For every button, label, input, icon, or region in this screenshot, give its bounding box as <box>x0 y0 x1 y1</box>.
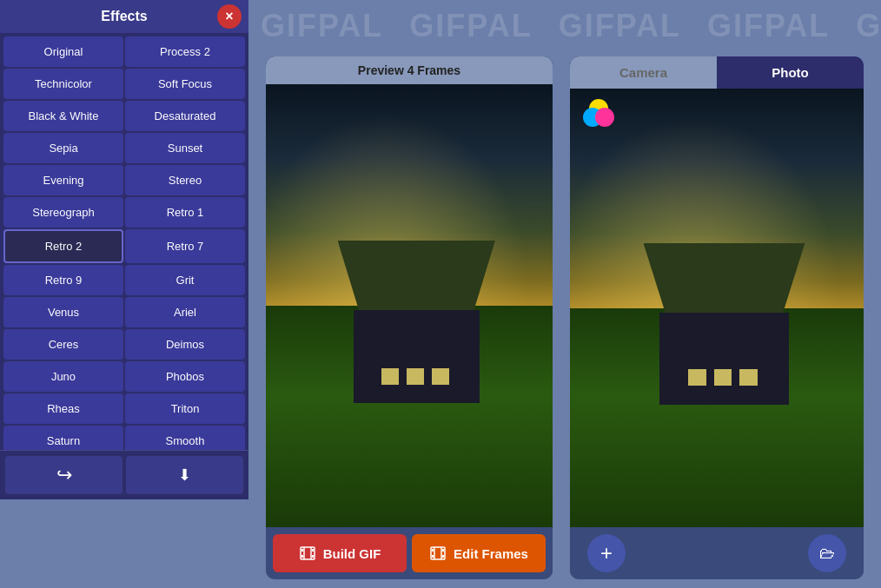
house-window-1 <box>381 368 399 385</box>
add-icon: + <box>600 541 613 565</box>
effect-btn-soft-focus[interactable]: Soft Focus <box>125 69 245 99</box>
photo-house-window-2 <box>714 369 732 386</box>
effect-btn-stereograph[interactable]: Stereograph <box>3 197 123 228</box>
svg-rect-5 <box>312 549 314 552</box>
open-folder-button[interactable]: 🗁 <box>808 534 846 572</box>
effect-btn-phobos[interactable]: Phobos <box>125 361 245 392</box>
effect-btn-technicolor[interactable]: Technicolor <box>3 69 123 99</box>
tab-camera[interactable]: Camera <box>570 56 717 89</box>
svg-rect-11 <box>432 555 434 558</box>
photo-panel: Camera Photo <box>570 56 864 579</box>
svg-rect-12 <box>442 549 444 552</box>
photo-house-window-3 <box>739 369 758 386</box>
house-roof <box>338 241 496 318</box>
effect-btn-retro9[interactable]: Retro 9 <box>3 265 123 295</box>
effect-btn-juno[interactable]: Juno <box>3 361 123 392</box>
share-icon: ↪ <box>56 464 72 486</box>
effect-btn-ariel[interactable]: Ariel <box>125 297 245 327</box>
effect-btn-grit[interactable]: Grit <box>125 265 245 295</box>
save-button[interactable]: ⬇ <box>126 456 243 494</box>
effect-btn-sepia[interactable]: Sepia <box>3 133 123 163</box>
effect-btn-smooth[interactable]: Smooth <box>125 426 245 450</box>
house-window-3 <box>432 368 449 385</box>
effect-btn-venus[interactable]: Venus <box>3 297 123 327</box>
svg-rect-6 <box>312 555 314 558</box>
preview-scene <box>266 84 553 527</box>
save-icon: ⬇ <box>178 466 191 485</box>
color-circle-magenta <box>595 108 614 127</box>
photo-image-area <box>570 89 864 527</box>
share-button[interactable]: ↪ <box>5 456 123 494</box>
edit-frames-label: Edit Frames <box>454 546 528 561</box>
preview-footer: Build GIF Edit Frames <box>266 527 553 579</box>
effect-btn-original[interactable]: Original <box>3 36 123 67</box>
edit-icon <box>429 545 447 562</box>
effect-btn-retro7[interactable]: Retro 7 <box>125 229 245 263</box>
effect-btn-retro1[interactable]: Retro 1 <box>125 197 245 228</box>
effects-grid: OriginalProcess 2TechnicolorSoft FocusBl… <box>0 33 248 450</box>
build-gif-button[interactable]: Build GIF <box>273 534 407 572</box>
effects-footer: ↪ ⬇ <box>0 450 248 499</box>
preview-image <box>266 84 553 527</box>
effect-btn-desaturated[interactable]: Desaturated <box>125 101 245 131</box>
close-button[interactable]: × <box>217 4 242 29</box>
svg-rect-3 <box>301 549 303 552</box>
film-icon <box>299 545 316 562</box>
effect-btn-evening[interactable]: Evening <box>3 165 123 195</box>
photo-footer: + 🗁 <box>570 527 864 579</box>
main-content: Preview 4 Frames <box>248 48 881 588</box>
photo-house-roof <box>644 243 805 320</box>
effect-btn-ceres[interactable]: Ceres <box>3 329 123 360</box>
tab-photo[interactable]: Photo <box>717 56 864 89</box>
effect-btn-deimos[interactable]: Deimos <box>125 329 245 360</box>
edit-frames-button[interactable]: Edit Frames <box>412 534 546 572</box>
effect-btn-triton[interactable]: Triton <box>125 393 245 424</box>
watermark: GIFPAL GIFPAL GIFPAL GIFPAL GIFPA <box>243 0 881 52</box>
photo-house-body <box>659 313 789 405</box>
house <box>338 248 496 404</box>
photo-house-window-1 <box>688 369 706 386</box>
effects-title: Effects <box>101 9 147 24</box>
add-photo-button[interactable]: + <box>587 534 626 572</box>
house-window-2 <box>407 368 424 385</box>
svg-rect-4 <box>301 555 303 558</box>
preview-header: Preview 4 Frames <box>266 56 553 84</box>
svg-rect-10 <box>432 549 434 552</box>
effects-scroll-area[interactable]: OriginalProcess 2TechnicolorSoft FocusBl… <box>0 33 248 450</box>
build-gif-label: Build GIF <box>323 546 381 561</box>
photo-scene <box>570 89 864 527</box>
color-icon <box>583 99 614 130</box>
effects-header: Effects × <box>0 0 248 33</box>
effect-btn-black-white[interactable]: Black & White <box>3 101 123 131</box>
folder-icon: 🗁 <box>819 545 835 563</box>
effect-btn-sunset[interactable]: Sunset <box>125 133 245 163</box>
effect-btn-saturn[interactable]: Saturn <box>3 426 123 450</box>
effect-btn-retro2[interactable]: Retro 2 <box>3 229 123 263</box>
effects-panel: Effects × OriginalProcess 2TechnicolorSo… <box>0 0 248 499</box>
effect-btn-process2[interactable]: Process 2 <box>125 36 245 67</box>
photo-tabs: Camera Photo <box>570 56 864 89</box>
photo-house <box>644 251 805 405</box>
effect-btn-rheas[interactable]: Rheas <box>3 393 123 424</box>
preview-panel: Preview 4 Frames <box>266 56 553 579</box>
house-body <box>354 310 480 403</box>
svg-rect-13 <box>442 555 444 558</box>
effect-btn-stereo[interactable]: Stereo <box>125 165 245 195</box>
